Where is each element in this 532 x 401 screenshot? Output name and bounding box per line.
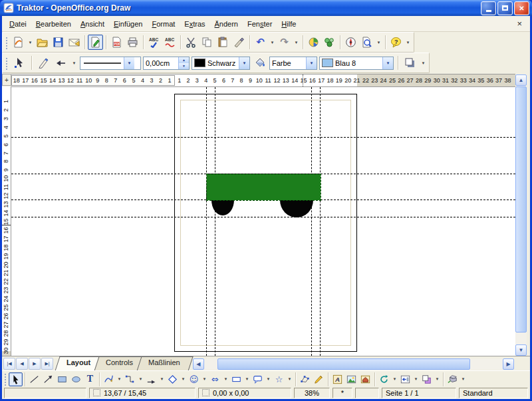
fill-type-combo[interactable]: Farbe ▼ [269,57,317,70]
line-color-value[interactable]: Schwarz [207,59,237,67]
toolbar-overflow-dropdown[interactable]: ▼ [420,55,427,70]
horizontal-scroll-thumb[interactable] [217,358,470,370]
zoom-dropdown[interactable]: ▼ [375,35,382,50]
block-arrows-tool-button[interactable]: ⇔ [208,372,222,386]
scroll-down-button[interactable]: ▼ [515,344,527,356]
maximize-button[interactable] [497,1,513,15]
copy-button[interactable] [200,35,215,50]
flowchart-tool-button[interactable] [229,372,243,386]
flowchart-dropdown[interactable]: ▼ [243,372,251,387]
vertical-ruler[interactable]: 1234567891011121314151617181920212223242… [2,86,11,356]
status-zoom-cell[interactable]: 38% [294,388,330,398]
auto-spellcheck-button[interactable]: ABC [162,35,178,50]
export-pdf-button[interactable]: PDF [109,35,124,50]
arrow-style-button[interactable] [53,55,68,70]
format-paintbrush-button[interactable] [231,35,247,50]
vertical-guide[interactable] [206,87,207,356]
rotate-tool-button[interactable] [377,372,391,386]
connector-dropdown[interactable]: ▼ [137,372,144,387]
menu-item[interactable]: Format [147,18,180,30]
line-color-combo[interactable]: Schwarz ▼ [192,57,250,70]
arrange-button[interactable] [420,372,434,386]
first-tab-button[interactable]: |◀ [3,358,15,370]
line-width-value[interactable]: 0,00cm [146,59,177,67]
ruler-origin-corner[interactable]: + [2,74,11,86]
lines-arrows-tool-button[interactable] [144,372,158,386]
layer-tab[interactable]: Maßlinien [139,356,191,371]
line-width-spinner[interactable]: ▲▼ [178,57,189,69]
ellipse-tool-button[interactable] [69,372,83,386]
last-tab-button[interactable]: ▶| [41,358,53,370]
line-style-dropdown-icon[interactable]: ▼ [124,57,134,69]
menu-item[interactable]: Datei [5,18,31,30]
symbol-shapes-tool-button[interactable]: ☺ [187,372,201,386]
spellcheck-button[interactable]: ABC [146,35,162,50]
gallery-tool-button[interactable] [358,372,372,386]
vertical-scroll-thumb[interactable] [515,86,527,333]
block-arrows-dropdown[interactable]: ▼ [222,372,229,387]
toolbar-grip[interactable] [5,57,8,70]
horizontal-scrollbar[interactable]: ◀ ▶ [193,356,514,371]
shadow-button[interactable] [402,55,418,70]
horizontal-scroll-track[interactable] [204,358,503,370]
cut-button[interactable] [184,35,199,50]
line-style-combo[interactable]: ▼ [80,57,141,70]
edit-points-button[interactable] [298,372,312,386]
fill-type-value[interactable]: Farbe [272,59,305,67]
toolbar-overflow-dropdown[interactable]: ▼ [460,372,467,387]
toolbar-grip[interactable] [3,372,7,386]
status-style-cell[interactable]: Standard [459,388,528,398]
scroll-up-button[interactable]: ▲ [515,74,527,86]
curve-tool-button[interactable] [102,372,116,386]
arrow-style-dropdown[interactable]: ▼ [70,55,78,70]
page[interactable] [174,94,357,352]
menu-item[interactable]: Fenster [243,18,277,30]
document-close-icon[interactable]: × [511,19,527,29]
basic-shapes-tool-button[interactable] [166,372,180,386]
vertical-guide[interactable] [311,87,312,356]
shape-tractor-body[interactable] [207,174,321,200]
help-button[interactable]: ? [388,35,404,50]
insert-chart-button[interactable] [306,35,321,50]
fill-color-dropdown-icon[interactable]: ▼ [382,57,393,69]
redo-button[interactable]: ↷ [277,35,292,50]
new-document-dropdown[interactable]: ▼ [27,35,34,50]
menu-item[interactable]: Extras [180,18,209,30]
alignment-dropdown[interactable]: ▼ [412,372,420,387]
save-button[interactable] [51,35,66,50]
print-button[interactable] [125,35,140,50]
gallery-button[interactable] [322,35,337,50]
fill-color-combo[interactable]: Blau 8 ▼ [319,57,394,70]
text-tool-button[interactable]: T [83,372,97,386]
fontwork-button[interactable]: A [331,372,344,386]
menu-item[interactable]: Ansicht [76,18,109,30]
basic-shapes-dropdown[interactable]: ▼ [180,372,187,387]
arrange-dropdown[interactable]: ▼ [434,372,441,387]
connector-tool-button[interactable] [123,372,137,386]
send-email-button[interactable] [66,35,82,50]
spin-up-icon[interactable]: ▲ [179,57,189,63]
status-position-cell[interactable]: 13,67 / 15,45 [89,388,196,398]
callouts-tool-button[interactable] [251,372,265,386]
stars-dropdown[interactable]: ▼ [286,372,293,387]
prev-tab-button[interactable]: ◀ [16,358,28,370]
navigator-button[interactable] [343,35,358,50]
vertical-guide[interactable] [215,87,215,356]
open-button[interactable] [35,35,50,50]
status-size-cell[interactable]: 0,00 x 0,00 [198,388,291,398]
new-document-button[interactable] [11,35,26,50]
edit-file-button[interactable] [88,35,103,50]
arrow-tool-button[interactable] [41,372,55,386]
undo-dropdown[interactable]: ▼ [269,35,276,50]
area-dialog-button[interactable] [252,55,267,70]
stars-tool-button[interactable]: ☆ [272,372,286,386]
glue-points-button[interactable] [312,372,326,386]
status-page-cell[interactable]: Seite 1 / 1 [382,388,456,398]
scroll-left-button[interactable]: ◀ [193,358,204,370]
rotate-dropdown[interactable]: ▼ [391,372,398,387]
undo-button[interactable]: ↶ [253,35,268,50]
drawing-canvas[interactable] [11,86,515,356]
line-tool-button[interactable] [27,372,41,386]
toolbar-overflow-dropdown[interactable]: ▼ [404,35,412,50]
horizontal-guide[interactable] [11,217,515,217]
